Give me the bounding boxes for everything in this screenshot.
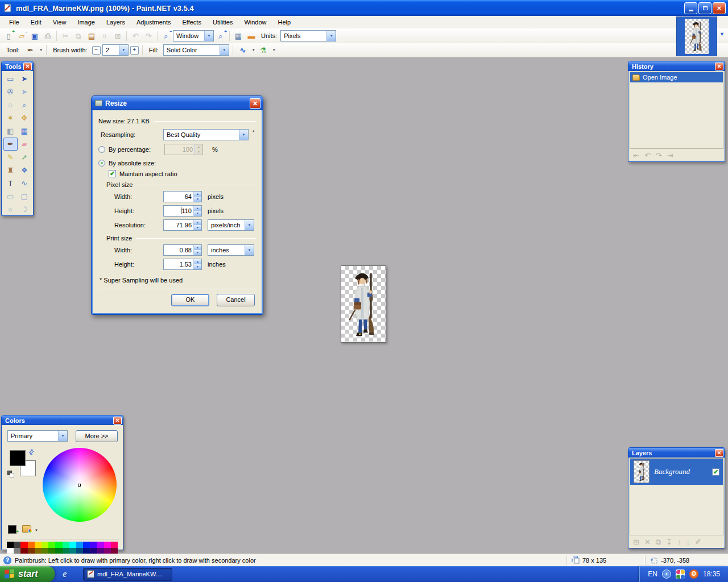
by-absolute-size-radio[interactable] — [98, 160, 105, 167]
canvas[interactable] — [341, 265, 386, 343]
antialiasing-arrow-icon[interactable]: ▼ — [272, 48, 276, 52]
menu-utilities[interactable]: Utilities — [207, 17, 238, 27]
menu-layers[interactable]: Layers — [101, 17, 131, 27]
tray-icon-palette[interactable] — [676, 569, 685, 579]
resolution-value[interactable]: 71.96 — [164, 220, 193, 230]
tool-paint-bucket[interactable]: ◧ — [3, 124, 18, 138]
menu-image[interactable]: Image — [72, 17, 101, 27]
tool-dropdown-arrow-icon[interactable]: ▼ — [39, 48, 43, 52]
palette-swatch[interactable] — [97, 542, 104, 548]
palette-swatch[interactable] — [20, 542, 27, 548]
tool-zoom-tool[interactable]: ⌕ — [18, 98, 32, 111]
cancel-button[interactable]: Cancel — [217, 294, 255, 306]
color-mode-dropdown[interactable]: Primary ▼ — [7, 430, 68, 442]
palette-swatch[interactable] — [28, 542, 35, 548]
palette-swatch[interactable] — [35, 542, 42, 548]
menu-window[interactable]: Window — [238, 17, 272, 27]
print-height-spinner[interactable]: 1.53 ▲▼ — [163, 259, 202, 270]
spin-down-icon[interactable]: ▼ — [194, 250, 201, 255]
zoom-out-button[interactable]: ⌕− — [160, 30, 172, 41]
chevron-down-icon[interactable]: ▼ — [58, 431, 67, 441]
move-layer-down-button[interactable]: ↓ — [686, 538, 690, 546]
by-percentage-radio[interactable] — [98, 146, 105, 153]
palette-swatch[interactable] — [14, 542, 20, 548]
save-file-button[interactable]: ▣ — [28, 30, 41, 41]
tool-freeform-shape[interactable]: ☽ — [18, 203, 32, 216]
palette-swatch[interactable] — [42, 542, 48, 548]
tool-clone-stamp[interactable]: ♜ — [3, 164, 18, 177]
swap-colors-icon[interactable]: ⇄ — [27, 447, 36, 456]
chevron-down-icon[interactable]: ▼ — [239, 130, 248, 140]
menu-edit[interactable]: Edit — [25, 17, 47, 27]
maintain-aspect-ratio-checkbox[interactable]: ✔ — [109, 170, 116, 177]
tray-icon-orange[interactable]: O — [689, 569, 698, 579]
palette-manager-icon[interactable] — [22, 525, 31, 533]
tools-panel-titlebar[interactable]: Tools ✕ — [2, 61, 33, 71]
taskbar-task-button[interactable]: mdl_FRA_MarineKW.... — [83, 568, 172, 581]
palette-swatch[interactable] — [63, 542, 69, 548]
antialiasing-button[interactable]: ⚗ — [257, 44, 270, 56]
history-close-icon[interactable]: ✕ — [715, 63, 723, 70]
menu-help[interactable]: Help — [272, 17, 297, 27]
palette-swatch[interactable] — [111, 542, 118, 548]
units-dropdown[interactable]: Pixels▼ — [280, 30, 336, 41]
tool-rounded-rectangle-shape[interactable]: ▢ — [18, 190, 32, 203]
brush-width-decrease-button[interactable]: − — [92, 46, 101, 55]
resampling-dropdown[interactable]: Best Quality ▼ — [163, 129, 249, 140]
new-file-button[interactable]: ▯+ — [2, 30, 15, 41]
zoom-mode-dropdown[interactable]: Window▼ — [173, 30, 214, 41]
menu-file[interactable]: File — [3, 17, 25, 27]
restore-button[interactable] — [698, 2, 712, 14]
palette-swatch[interactable] — [76, 542, 83, 548]
merge-layer-down-button[interactable]: ↧ — [666, 538, 672, 546]
add-color-button[interactable]: + — [8, 525, 16, 534]
tool-line-curve[interactable]: ∿ — [18, 177, 32, 190]
tools-close-icon[interactable]: ✕ — [23, 63, 32, 70]
spin-down-icon[interactable]: ▼ — [194, 197, 201, 202]
selection-mode-button[interactable]: ∿ — [237, 44, 249, 56]
spin-down-icon[interactable]: ▼ — [194, 211, 201, 216]
chevron-down-icon[interactable]: ▼ — [220, 45, 229, 55]
layer-row[interactable]: Background✔ — [630, 459, 723, 485]
menu-adjustments[interactable]: Adjustments — [131, 17, 177, 27]
spin-up-icon[interactable]: ▲ — [194, 220, 201, 225]
move-layer-up-button[interactable]: ↑ — [677, 538, 681, 546]
spin-down-icon[interactable]: ▼ — [194, 264, 201, 269]
print-button[interactable]: ⎙ — [42, 30, 54, 41]
chevron-down-icon[interactable]: ▼ — [204, 31, 213, 41]
tool-color-picker[interactable]: ➚ — [18, 151, 32, 164]
tool-ellipse-shape[interactable]: ○ — [3, 203, 18, 216]
print-height-value[interactable]: 1.53 — [164, 259, 193, 269]
print-width-spinner[interactable]: 0.88 ▲▼ — [163, 244, 202, 256]
palette-swatch[interactable] — [90, 542, 97, 548]
chevron-down-icon[interactable]: ▼ — [119, 45, 128, 55]
tool-pan[interactable]: ✥ — [18, 111, 32, 124]
resize-close-icon[interactable]: ✕ — [250, 98, 260, 109]
delete-layer-button[interactable]: ✕ — [644, 538, 651, 546]
menu-view[interactable]: View — [47, 17, 72, 27]
tool-rectangle-select[interactable]: ▭ — [3, 72, 18, 85]
brush-width-increase-button[interactable]: + — [130, 46, 139, 55]
spin-down-icon[interactable]: ▼ — [194, 225, 201, 230]
palette-swatch[interactable] — [7, 542, 14, 548]
tool-lasso-select[interactable]: ✇ — [3, 85, 18, 98]
layer-properties-button[interactable]: ✐ — [695, 538, 701, 546]
primary-color-swatch[interactable] — [10, 450, 26, 466]
palette-swatch[interactable] — [83, 542, 90, 548]
tool-recolor[interactable]: ❖ — [18, 164, 32, 177]
tool-ellipse-select[interactable]: ◌ — [3, 98, 18, 111]
tool-pencil[interactable]: ✎ — [3, 151, 18, 164]
spin-up-icon[interactable]: ▲ — [194, 245, 201, 250]
palette-swatch[interactable] — [55, 542, 62, 548]
palette-swatch[interactable] — [69, 542, 76, 548]
language-indicator[interactable]: EN — [648, 570, 657, 578]
pixel-width-spinner[interactable]: 64 ▲▼ — [163, 191, 202, 202]
zoom-in-button[interactable]: ⌕+ — [214, 30, 227, 41]
layers-panel-titlebar[interactable]: Layers ✕ — [628, 448, 725, 458]
tool-text[interactable]: T — [3, 177, 18, 190]
minimize-button[interactable] — [684, 2, 697, 14]
tool-eraser[interactable]: ▰ — [18, 138, 32, 151]
ruler-toggle-button[interactable]: ▬ — [245, 30, 258, 41]
tool-paintbrush[interactable]: ✒ — [3, 138, 18, 151]
chevron-down-icon[interactable]: ▼ — [245, 220, 254, 230]
